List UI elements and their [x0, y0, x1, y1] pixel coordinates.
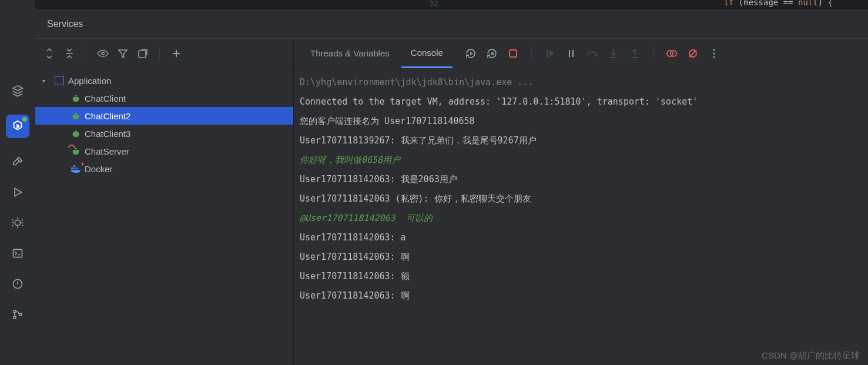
watermark: CSDN @胡广的比特星球	[762, 350, 860, 361]
step-out-icon[interactable]	[628, 47, 641, 60]
svg-rect-11	[71, 168, 73, 169]
rerun-debug-icon[interactable]	[485, 47, 498, 60]
chevron-down-icon: ▾	[42, 78, 51, 84]
svg-point-23	[713, 49, 715, 51]
hammer-icon[interactable]	[11, 155, 25, 169]
step-into-icon[interactable]	[607, 47, 620, 60]
collapse-all-icon[interactable]	[63, 48, 75, 59]
console-line: User1707118142063 (私密): 你好，私密聊天交个朋友	[300, 189, 862, 209]
tab-threads[interactable]: Threads & Variables	[301, 39, 399, 68]
tree-node-application[interactable]: ▾ Application	[35, 72, 293, 89]
tree-label: Docker	[85, 164, 113, 174]
debug-icon[interactable]	[11, 216, 25, 230]
services-tool-icon[interactable]	[6, 115, 29, 138]
svg-point-16	[491, 52, 494, 55]
svg-marker-15	[470, 52, 473, 55]
vcs-icon[interactable]	[11, 307, 25, 322]
console-output[interactable]: D:\yhg\environment\jdk\jdk8\bin\java.exe…	[294, 68, 868, 365]
bug-icon	[71, 146, 81, 156]
svg-rect-4	[13, 249, 22, 257]
bug-icon	[71, 110, 81, 121]
view-breakpoints-icon[interactable]	[665, 47, 678, 60]
filter-icon[interactable]	[117, 48, 129, 59]
console-line: User1707118142063: 我是2063用户	[300, 170, 862, 189]
left-tool-rail	[0, 11, 35, 365]
services-tree-panel: ▾ Application ChatClientChatClient2ChatC…	[35, 39, 294, 365]
stop-icon[interactable]	[507, 47, 520, 60]
svg-rect-17	[510, 50, 517, 57]
line-number: 32	[429, 0, 438, 8]
tree-label: ChatClient2	[85, 111, 130, 121]
svg-rect-12	[73, 168, 75, 169]
group-icon[interactable]	[137, 48, 149, 59]
svg-point-6	[13, 310, 15, 313]
bug-icon	[71, 93, 81, 103]
console-line: User1707118142063: 啊	[300, 247, 862, 267]
tree-node-docker[interactable]: Docker	[35, 160, 293, 178]
console-panel: Threads & Variables Console	[294, 39, 868, 365]
console-line: User1707118139267: 我来了兄弟们，我是尾号9267用户	[300, 131, 862, 150]
svg-point-9	[102, 52, 105, 55]
resume-icon[interactable]	[544, 47, 557, 60]
console-line: 您的客户端连接名为 User1707118140658	[300, 112, 862, 131]
svg-rect-18	[547, 50, 548, 57]
add-icon[interactable]	[170, 48, 182, 59]
tree-node-runconfig[interactable]: ChatServer	[35, 142, 293, 160]
svg-point-25	[713, 56, 715, 58]
code-snippet: if (message == null) {	[724, 0, 833, 7]
svg-point-8	[19, 313, 21, 316]
svg-marker-1	[17, 125, 19, 128]
console-line: @User1707118142063 可以的	[300, 209, 862, 228]
tree-node-runconfig[interactable]: ChatClient2	[35, 107, 293, 125]
step-over-icon[interactable]	[586, 47, 599, 60]
tree-label: ChatClient	[85, 93, 126, 103]
pause-icon[interactable]	[565, 47, 578, 60]
mute-breakpoints-icon[interactable]	[686, 47, 699, 60]
docker-icon	[71, 163, 81, 174]
editor-strip: 32 if (message == null) {	[35, 0, 868, 11]
console-line: Connected to the target VM, address: '12…	[300, 92, 862, 112]
console-line: 你好呀，我叫做0658用户	[300, 150, 862, 170]
rerun-icon[interactable]	[464, 47, 477, 60]
play-icon[interactable]	[11, 185, 25, 199]
terminal-icon[interactable]	[11, 246, 25, 260]
tree-toolbar	[35, 39, 293, 68]
svg-point-24	[713, 52, 715, 54]
svg-marker-19	[549, 50, 554, 57]
tree-node-runconfig[interactable]: ChatClient3	[35, 125, 293, 142]
show-icon[interactable]	[97, 48, 109, 59]
svg-rect-13	[76, 168, 78, 169]
services-tree: ▾ Application ChatClientChatClient2ChatC…	[35, 68, 293, 181]
more-icon[interactable]	[708, 47, 720, 60]
svg-point-3	[15, 220, 20, 225]
tree-label: ChatServer	[85, 146, 129, 156]
console-line: User1707118142063: 啊	[300, 286, 862, 306]
console-line: D:\yhg\environment\jdk\jdk8\bin\java.exe…	[300, 73, 862, 92]
svg-marker-2	[15, 188, 22, 196]
tree-node-runconfig[interactable]: ChatClient	[35, 89, 293, 107]
console-line: User1707118142063: 额	[300, 267, 862, 286]
console-line: User1707118142063: a	[300, 228, 862, 247]
svg-rect-10	[139, 51, 146, 58]
application-icon	[54, 75, 65, 86]
tree-label: Application	[68, 76, 111, 86]
stack-icon[interactable]	[11, 84, 25, 98]
tab-console[interactable]: Console	[401, 39, 453, 68]
console-toolbar: Threads & Variables Console	[294, 39, 868, 68]
tree-label: ChatClient3	[85, 129, 130, 139]
problems-icon[interactable]	[11, 277, 25, 291]
svg-point-7	[13, 316, 15, 319]
panel-title: Services	[35, 11, 868, 38]
expand-collapse-icon[interactable]	[43, 48, 55, 59]
svg-rect-14	[73, 165, 75, 167]
bug-icon	[71, 128, 81, 139]
